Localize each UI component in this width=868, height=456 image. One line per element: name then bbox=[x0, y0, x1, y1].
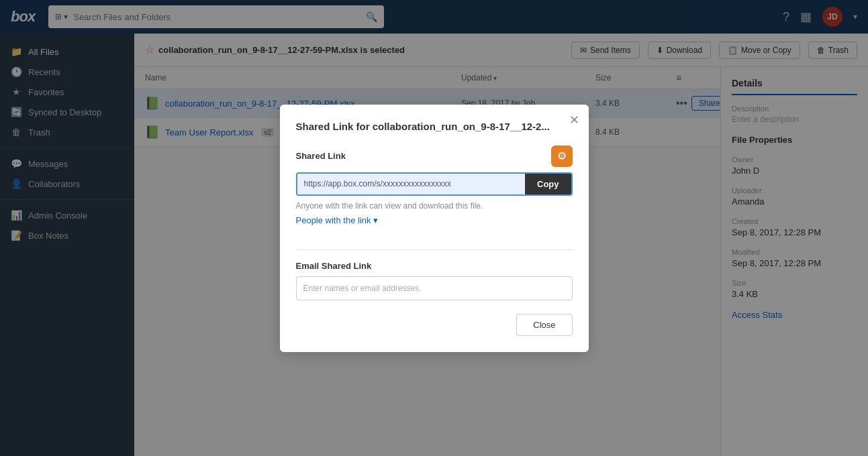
modal-close-footer-button[interactable]: Close bbox=[516, 314, 572, 336]
link-input[interactable] bbox=[297, 174, 526, 194]
modal-title: Shared Link for collaboration_run_on_9-8… bbox=[296, 121, 573, 132]
people-with-link[interactable]: People with the link ▾ bbox=[296, 215, 378, 225]
email-section-label: Email Shared Link bbox=[296, 261, 573, 271]
link-description: Anyone with the link can view and downlo… bbox=[296, 201, 573, 211]
modal-footer: Close bbox=[296, 314, 573, 336]
people-link-chevron: ▾ bbox=[373, 215, 378, 225]
link-row: Copy bbox=[296, 172, 573, 196]
modal-overlay[interactable]: ✕ Shared Link for collaboration_run_on_9… bbox=[0, 0, 868, 456]
people-link-text: People with the link bbox=[296, 215, 371, 225]
shared-link-label-row: Shared Link ⚙ bbox=[296, 146, 573, 167]
modal-close-button[interactable]: ✕ bbox=[569, 113, 579, 127]
shared-link-label: Shared Link bbox=[296, 151, 346, 161]
gear-icon: ⚙ bbox=[557, 150, 567, 162]
modal-divider bbox=[296, 249, 573, 250]
email-input[interactable] bbox=[296, 276, 573, 300]
copy-button[interactable]: Copy bbox=[525, 174, 571, 194]
shared-link-modal: ✕ Shared Link for collaboration_run_on_9… bbox=[280, 105, 589, 352]
link-settings-button[interactable]: ⚙ bbox=[551, 146, 573, 167]
